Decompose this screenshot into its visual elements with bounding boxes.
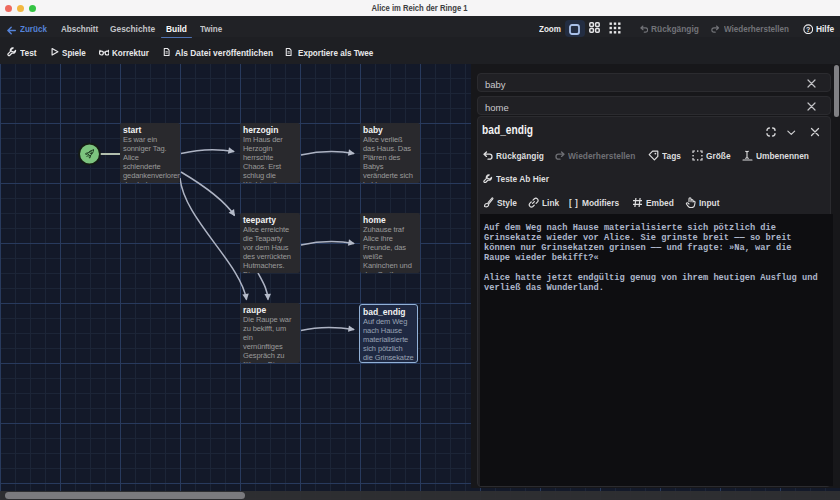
svg-text:?: ? [806,25,810,32]
